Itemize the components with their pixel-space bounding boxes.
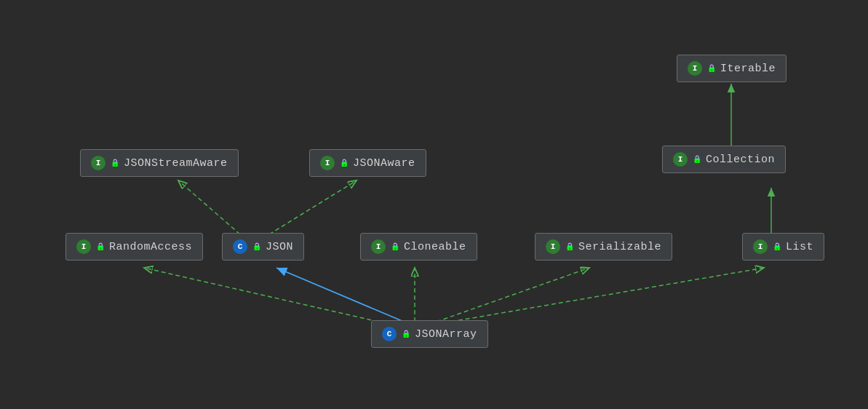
badge-cloneable: I — [371, 239, 386, 254]
label-jsonarray: JSONArray — [415, 328, 477, 341]
label-collection: Collection — [706, 154, 775, 166]
badge-collection: I — [673, 152, 688, 167]
node-randomaccess: I 🔒 RandomAccess — [65, 233, 203, 261]
lock-icon-jsonstreamaware: 🔒 — [111, 159, 119, 167]
label-jsonaware: JSONAware — [353, 157, 415, 170]
node-collection: I 🔒 Collection — [662, 146, 786, 173]
lock-icon-serializable: 🔒 — [565, 242, 574, 251]
lock-icon-collection: 🔒 — [693, 155, 701, 164]
svg-line-7 — [437, 268, 589, 322]
label-iterable: Iterable — [720, 63, 776, 75]
badge-jsonstreamaware: I — [91, 156, 105, 170]
svg-line-3 — [269, 180, 357, 234]
badge-randomaccess: I — [76, 239, 91, 254]
badge-jsonaware: I — [320, 156, 335, 170]
badge-json: C — [233, 239, 247, 254]
lock-icon-jsonaware: 🔒 — [340, 159, 349, 167]
label-list: List — [786, 241, 813, 253]
badge-jsonarray: C — [382, 327, 397, 341]
badge-list: I — [753, 239, 768, 254]
node-json: C 🔒 JSON — [222, 233, 304, 261]
badge-iterable: I — [688, 61, 702, 76]
lock-icon-randomaccess: 🔒 — [96, 242, 105, 251]
lock-icon-json: 🔒 — [252, 242, 261, 251]
node-jsonaware: I 🔒 JSONAware — [309, 149, 426, 177]
svg-line-8 — [451, 268, 764, 322]
node-serializable: I 🔒 Serializable — [535, 233, 672, 261]
lock-icon-list: 🔒 — [773, 242, 781, 251]
node-jsonstreamaware: I 🔒 JSONStreamAware — [80, 149, 239, 177]
svg-line-5 — [144, 268, 378, 322]
lock-icon-jsonarray: 🔒 — [402, 330, 410, 338]
badge-serializable: I — [546, 239, 560, 254]
diagram-canvas: I 🔒 Iterable I 🔒 Collection I 🔒 List I 🔒… — [0, 0, 868, 409]
svg-line-4 — [276, 268, 404, 322]
svg-line-2 — [178, 180, 240, 234]
label-jsonstreamaware: JSONStreamAware — [124, 157, 228, 170]
label-cloneable: Cloneable — [404, 241, 466, 253]
node-iterable: I 🔒 Iterable — [677, 55, 787, 82]
label-randomaccess: RandomAccess — [109, 241, 192, 253]
node-jsonarray: C 🔒 JSONArray — [371, 320, 488, 348]
label-json: JSON — [266, 241, 293, 253]
label-serializable: Serializable — [578, 241, 661, 253]
lock-icon-cloneable: 🔒 — [391, 242, 399, 251]
lock-icon-iterable: 🔒 — [707, 64, 716, 73]
node-cloneable: I 🔒 Cloneable — [360, 233, 477, 261]
node-list: I 🔒 List — [742, 233, 824, 261]
